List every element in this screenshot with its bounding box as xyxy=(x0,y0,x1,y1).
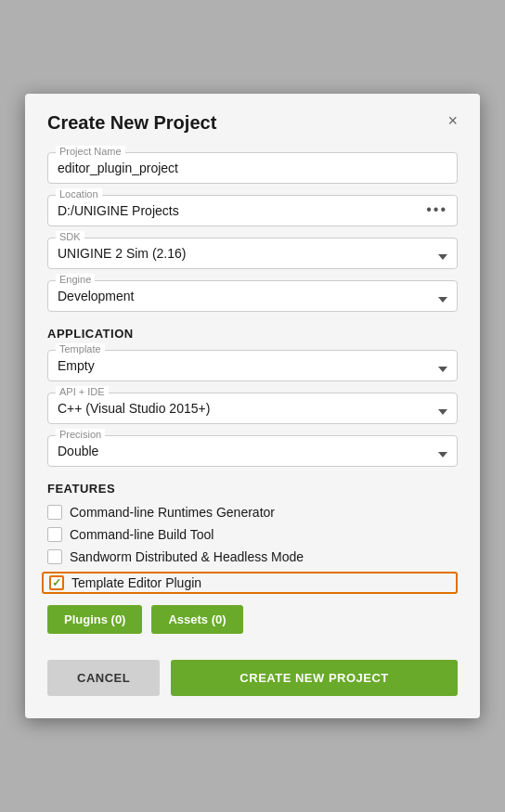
engine-value: Development xyxy=(58,289,423,303)
project-name-label: Project Name xyxy=(56,146,125,157)
location-field: Location D:/UNIGINE Projects ••• xyxy=(47,195,458,226)
feature-checkbox-0[interactable] xyxy=(47,505,62,520)
precision-value: Double xyxy=(58,444,423,458)
template-select[interactable]: Template Empty xyxy=(47,350,458,381)
feature-label-2: Sandworm Distributed & Headless Mode xyxy=(70,549,304,564)
api-ide-select[interactable]: API + IDE C++ (Visual Studio 2015+) xyxy=(47,393,458,424)
location-browse-button[interactable]: ••• xyxy=(426,201,447,218)
precision-select[interactable]: Precision Double xyxy=(47,435,458,467)
cancel-button[interactable]: CANCEL xyxy=(47,660,160,696)
sdk-select[interactable]: SDK UNIGINE 2 Sim (2.16) xyxy=(47,238,458,269)
feature-item-1[interactable]: Command-line Build Tool xyxy=(47,527,458,542)
application-section-header: APPLICATION xyxy=(47,327,458,341)
project-name-value[interactable]: editor_plugin_project xyxy=(58,161,447,175)
plugin-asset-buttons: Plugins (0) Assets (0) xyxy=(47,605,458,634)
precision-label: Precision xyxy=(56,429,105,440)
feature-item-0[interactable]: Command-line Runtimes Generator xyxy=(47,505,458,520)
location-label: Location xyxy=(56,188,102,200)
assets-button[interactable]: Assets (0) xyxy=(151,605,242,634)
template-value: Empty xyxy=(58,358,423,373)
create-project-dialog: × Create New Project Project Name editor… xyxy=(25,94,480,718)
feature-label-1: Command-line Build Tool xyxy=(70,527,214,542)
dialog-footer: CANCEL CREATE NEW PROJECT xyxy=(47,660,458,696)
sdk-value: UNIGINE 2 Sim (2.16) xyxy=(58,246,423,261)
sdk-label: SDK xyxy=(56,231,84,242)
api-ide-value: C++ (Visual Studio 2015+) xyxy=(58,401,423,416)
create-project-button[interactable]: CREATE NEW PROJECT xyxy=(171,660,458,696)
engine-label: Engine xyxy=(56,274,95,285)
api-ide-dropdown-arrow xyxy=(438,409,447,415)
features-section-header: FEATURES xyxy=(47,482,458,496)
template-dropdown-arrow xyxy=(438,367,447,372)
sdk-dropdown-arrow xyxy=(438,254,447,260)
dialog-title: Create New Project xyxy=(47,112,458,134)
project-name-field: Project Name editor_plugin_project xyxy=(47,152,458,184)
feature-label-0: Command-line Runtimes Generator xyxy=(70,505,275,520)
checkmark-icon: ✓ xyxy=(52,577,61,588)
feature-checkbox-2[interactable] xyxy=(47,549,62,564)
feature-item-3[interactable]: ✓ Template Editor Plugin xyxy=(42,572,458,594)
template-label: Template xyxy=(56,343,105,354)
feature-item-2[interactable]: Sandworm Distributed & Headless Mode xyxy=(47,549,458,564)
location-value[interactable]: D:/UNIGINE Projects xyxy=(58,203,179,218)
feature-checkbox-1[interactable] xyxy=(47,527,62,542)
close-button[interactable]: × xyxy=(442,110,463,131)
engine-dropdown-arrow xyxy=(438,297,447,303)
feature-label-3: Template Editor Plugin xyxy=(71,575,201,590)
engine-select[interactable]: Engine Development xyxy=(47,280,458,312)
plugins-button[interactable]: Plugins (0) xyxy=(47,605,142,634)
feature-checkbox-3[interactable]: ✓ xyxy=(49,575,64,590)
api-ide-label: API + IDE xyxy=(56,386,109,397)
precision-dropdown-arrow xyxy=(438,452,447,458)
